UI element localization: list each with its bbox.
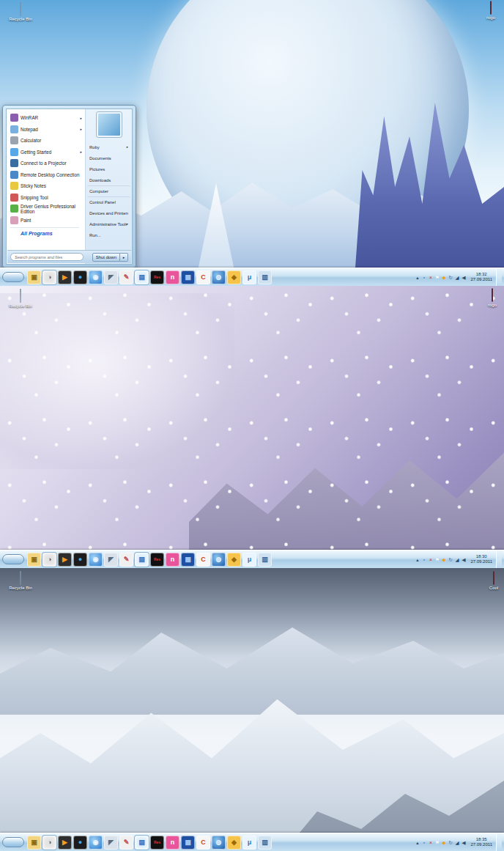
start-menu-place[interactable]: Downloads <box>87 174 130 185</box>
recycle-bin-shortcut[interactable]: Recycle Bin <box>4 572 37 590</box>
bird-app-icon[interactable]: ◤ <box>104 553 118 567</box>
show-desktop-button[interactable] <box>496 833 502 851</box>
tray-antivirus[interactable]: × <box>427 556 434 563</box>
browser-red-icon[interactable]: C <box>196 270 210 284</box>
start-menu-place[interactable]: Computer <box>87 185 130 196</box>
tray-app-blue[interactable]: ▪ <box>420 274 427 281</box>
explorer-icon[interactable]: ▣ <box>27 553 41 567</box>
hidden-icons[interactable]: ▴ <box>414 274 420 281</box>
tray-action-center[interactable]: ⚑ <box>434 556 440 563</box>
recycle-bin-shortcut[interactable]: Recycle Bin <box>4 290 37 308</box>
start-menu-item[interactable]: Sticky Notes <box>9 180 84 192</box>
tray-update[interactable]: ↻ <box>447 839 453 846</box>
tray-volume[interactable]: ◀ <box>460 274 467 281</box>
system-tool-icon[interactable]: ▥ <box>258 836 272 850</box>
browser-globe-icon[interactable]: ◍ <box>212 836 226 850</box>
start-menu-place[interactable]: Administrative Tools▸ <box>87 218 130 229</box>
archive-shortcut[interactable]: rogo <box>475 1 504 20</box>
tray-alert[interactable]: ◆ <box>440 839 447 846</box>
show-desktop-button[interactable] <box>496 268 502 287</box>
show-desktop-button[interactable] <box>496 550 502 569</box>
utorrent-icon[interactable]: μ <box>242 270 256 284</box>
media-player-blue-icon[interactable]: ● <box>73 553 87 567</box>
start-menu-place[interactable]: Documents <box>87 152 130 163</box>
tray-volume[interactable]: ◀ <box>460 839 467 846</box>
recycle-bin-shortcut[interactable]: Recycle Bin <box>4 3 37 21</box>
start-menu-item[interactable]: WinRAR▸ <box>9 112 84 124</box>
blue-sphere-icon[interactable]: ◉ <box>89 270 103 284</box>
start-button[interactable] <box>2 837 24 847</box>
tuneup-icon[interactable]: ◆ <box>227 553 241 567</box>
resource-app-icon[interactable]: Res <box>150 836 164 850</box>
book-app-icon[interactable]: ▤ <box>135 836 149 850</box>
clock[interactable]: 18:3527.09.2011 <box>470 837 492 847</box>
system-tool-icon[interactable]: ▥ <box>258 270 272 284</box>
tray-volume[interactable]: ◀ <box>460 556 467 563</box>
start-menu-place[interactable]: Pictures <box>87 163 130 174</box>
media-player-orange-icon[interactable]: ▶ <box>58 836 72 850</box>
utorrent-icon[interactable]: μ <box>242 553 256 567</box>
hidden-icons[interactable]: ▴ <box>414 839 420 846</box>
tray-alert[interactable]: ◆ <box>440 556 447 563</box>
clock[interactable]: 18:3027.09.2011 <box>470 554 492 564</box>
paint-icon[interactable]: ✎ <box>119 836 133 850</box>
start-menu-item[interactable]: Calculator <box>9 135 84 147</box>
archive-shortcut[interactable]: rogo <box>476 289 504 307</box>
explorer-icon[interactable]: ▣ <box>27 836 41 850</box>
media-player-orange-icon[interactable]: ▶ <box>58 553 72 567</box>
system-tool-icon[interactable]: ▥ <box>258 553 272 567</box>
tray-app-blue[interactable]: ▪ <box>420 839 427 846</box>
resource-app-icon[interactable]: Res <box>150 270 164 284</box>
all-programs-button[interactable]: All Programs <box>9 229 84 236</box>
start-menu-item[interactable]: Driver Genius Professional Edition <box>9 203 84 215</box>
user-avatar[interactable] <box>97 112 122 137</box>
book-app-icon[interactable]: ▤ <box>135 270 149 284</box>
blue-sphere-icon[interactable]: ◉ <box>89 553 103 567</box>
utorrent-icon[interactable]: μ <box>242 836 256 850</box>
tray-app-blue[interactable]: ▪ <box>420 556 427 563</box>
paint-icon[interactable]: ✎ <box>119 270 133 284</box>
start-button[interactable] <box>2 554 24 564</box>
tray-action-center[interactable]: ⚑ <box>434 274 440 281</box>
resource-app-icon[interactable]: Res <box>150 553 164 567</box>
tuneup-icon[interactable]: ◆ <box>227 270 241 284</box>
tray-action-center[interactable]: ⚑ <box>434 839 440 846</box>
gimp-icon[interactable]: ◑ <box>42 836 56 850</box>
browser-globe-icon[interactable]: ◍ <box>212 553 226 567</box>
bird-app-icon[interactable]: ◤ <box>104 270 118 284</box>
tray-alert[interactable]: ◆ <box>440 274 447 281</box>
browser-red-icon[interactable]: C <box>196 553 210 567</box>
tuneup-icon[interactable]: ◆ <box>227 836 241 850</box>
start-menu-place[interactable]: Roby▸ <box>87 141 130 152</box>
start-menu-item[interactable]: Getting Started▸ <box>9 147 84 158</box>
blue-sphere-icon[interactable]: ◉ <box>89 836 103 850</box>
paint-icon[interactable]: ✎ <box>119 553 133 567</box>
start-menu-item[interactable]: Remote Desktop Connection <box>9 169 84 181</box>
start-menu-place[interactable]: Devices and Printers <box>87 207 130 218</box>
start-menu-item[interactable]: Notepad▸ <box>9 124 84 136</box>
media-player-orange-icon[interactable]: ▶ <box>58 270 72 284</box>
tray-network[interactable]: ◢ <box>453 839 460 846</box>
nero-icon[interactable]: n <box>166 553 179 567</box>
gimp-icon[interactable]: ◑ <box>42 553 56 567</box>
photoshop-icon[interactable]: ▦ <box>181 270 195 284</box>
start-menu-place[interactable]: Control Panel <box>87 196 130 207</box>
start-menu-item[interactable]: Snipping Tool <box>9 192 84 204</box>
book-app-icon[interactable]: ▤ <box>135 553 149 567</box>
browser-red-icon[interactable]: C <box>196 836 210 850</box>
tray-antivirus[interactable]: × <box>427 839 434 846</box>
tray-network[interactable]: ◢ <box>453 274 460 281</box>
start-button[interactable] <box>2 272 24 282</box>
photoshop-icon[interactable]: ▦ <box>181 836 195 850</box>
start-menu-item[interactable]: Paint <box>9 215 84 226</box>
shutdown-button[interactable]: Shut down▸ <box>92 253 128 262</box>
photoshop-icon[interactable]: ▦ <box>181 553 195 567</box>
clock[interactable]: 18:3227.09.2011 <box>470 272 492 282</box>
archive-shortcut[interactable]: Cool <box>478 572 504 590</box>
explorer-icon[interactable]: ▣ <box>27 270 41 284</box>
hidden-icons[interactable]: ▴ <box>414 556 420 563</box>
tray-antivirus[interactable]: × <box>427 274 434 281</box>
tray-network[interactable]: ◢ <box>453 556 460 563</box>
tray-update[interactable]: ↻ <box>447 556 453 563</box>
gimp-icon[interactable]: ◑ <box>42 270 56 284</box>
